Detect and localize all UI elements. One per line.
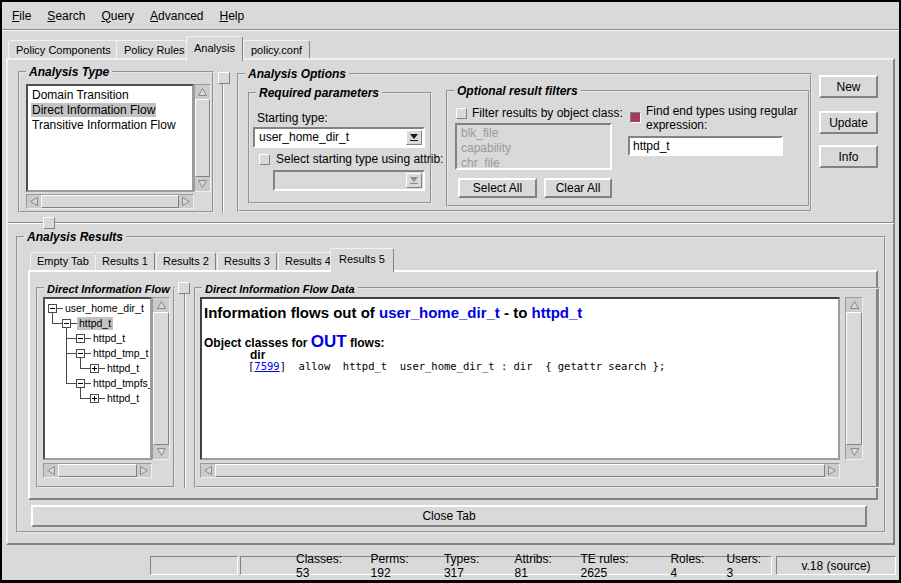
results-tab-4[interactable]: Results 4 xyxy=(278,252,338,270)
new-button[interactable]: New xyxy=(819,75,878,98)
menubar-separator xyxy=(2,29,899,31)
status-types: Types: 317 xyxy=(444,552,503,580)
scroll-right-icon[interactable] xyxy=(825,464,839,477)
analysis-type-listbox[interactable]: Domain Transition Direct Information Flo… xyxy=(26,84,194,192)
flow-tree[interactable]: user_home_dir_t httpd_t httpd_t httpd_tm… xyxy=(43,297,152,460)
info-button[interactable]: Info xyxy=(819,145,878,168)
status-roles: Roles: 4 xyxy=(670,552,714,580)
tree-hscrollbar[interactable] xyxy=(43,463,152,478)
tree-collapse-icon[interactable] xyxy=(62,319,71,328)
flow-direction: OUT xyxy=(311,332,347,351)
menu-search[interactable]: Search xyxy=(39,9,93,23)
list-item[interactable]: Transitive Information Flow xyxy=(28,118,192,133)
scroll-right-icon[interactable] xyxy=(137,464,151,477)
tree-node-selected[interactable]: httpd_t xyxy=(77,317,113,330)
flow-target-type: httpd_t xyxy=(532,304,583,321)
scroll-left-icon[interactable] xyxy=(27,195,41,208)
scroll-thumb[interactable] xyxy=(58,464,137,477)
sash-handle[interactable] xyxy=(43,217,55,229)
filter-object-class-checkbox[interactable] xyxy=(456,108,467,119)
status-empty-panel xyxy=(150,556,238,575)
close-tab-button[interactable]: Close Tab xyxy=(31,505,867,527)
scroll-down-icon[interactable] xyxy=(195,177,210,191)
rule-number-link[interactable]: 7599 xyxy=(254,360,279,372)
scroll-left-icon[interactable] xyxy=(44,464,58,477)
select-all-button[interactable]: Select All xyxy=(458,178,537,198)
pane-sash-horizontal[interactable] xyxy=(8,222,894,224)
menu-help[interactable]: Help xyxy=(211,9,252,23)
tree-collapse-icon[interactable] xyxy=(76,349,85,358)
app-window: File Search Query Advanced Help Policy C… xyxy=(0,0,901,583)
tree-collapse-icon[interactable] xyxy=(48,304,57,313)
dropdown-button[interactable] xyxy=(406,130,422,145)
menu-file[interactable]: File xyxy=(4,9,39,23)
status-attribs: Attribs: 81 xyxy=(515,552,569,580)
list-item-selected[interactable]: Direct Information Flow xyxy=(28,103,192,118)
scroll-down-icon[interactable] xyxy=(846,445,862,459)
regex-checkbox[interactable] xyxy=(630,112,641,123)
tree-node[interactable]: httpd_t xyxy=(105,362,141,375)
tree-node[interactable]: httpd_tmp_t xyxy=(91,347,150,360)
tree-vscrollbar[interactable] xyxy=(152,297,170,460)
scroll-left-icon[interactable] xyxy=(201,464,215,477)
data-vscrollbar[interactable] xyxy=(845,297,863,460)
dropdown-button xyxy=(406,173,422,188)
attrib-checkbox[interactable] xyxy=(259,154,270,165)
tree-node[interactable]: httpd_t xyxy=(91,332,127,345)
scroll-thumb[interactable] xyxy=(41,195,179,208)
starting-type-value: user_home_dir_t xyxy=(259,130,349,145)
dropdown-arrow-icon xyxy=(410,177,418,182)
flow-data-title: Direct Information Flow Data xyxy=(202,282,358,296)
status-version-panel: v.18 (source) xyxy=(776,556,896,575)
scroll-thumb[interactable] xyxy=(846,312,862,445)
tab-policy-conf[interactable]: policy.conf xyxy=(243,40,310,59)
analysis-type-hscrollbar[interactable] xyxy=(26,194,194,209)
status-te-rules: TE rules: 2625 xyxy=(580,552,658,580)
tree-collapse-icon[interactable] xyxy=(76,334,85,343)
scroll-thumb[interactable] xyxy=(215,464,825,477)
scroll-down-icon[interactable] xyxy=(153,445,169,459)
pane-sash-vertical[interactable] xyxy=(222,71,224,213)
tree-node[interactable]: user_home_dir_t xyxy=(63,302,146,315)
results-tab-2[interactable]: Results 2 xyxy=(156,252,216,270)
scroll-up-icon[interactable] xyxy=(195,85,210,99)
update-button[interactable]: Update xyxy=(819,111,878,134)
scroll-up-icon[interactable] xyxy=(153,298,169,312)
filter-object-class-label: Filter results by object class: xyxy=(472,106,623,120)
results-tab-3[interactable]: Results 3 xyxy=(217,252,277,270)
list-item[interactable]: Domain Transition xyxy=(28,86,192,103)
object-class-listbox-disabled: blk_file capability chr_file xyxy=(455,123,612,170)
tab-policy-components[interactable]: Policy Components xyxy=(8,40,119,59)
starting-type-combobox[interactable]: user_home_dir_t xyxy=(253,127,425,148)
clear-all-button[interactable]: Clear All xyxy=(544,178,612,198)
regex-input[interactable]: httpd_t xyxy=(628,136,783,156)
sash-handle[interactable] xyxy=(218,72,230,84)
analysis-results-title: Analysis Results xyxy=(24,230,126,244)
analysis-type-vscrollbar[interactable] xyxy=(194,84,211,192)
results-tab-empty[interactable]: Empty Tab xyxy=(30,252,96,270)
scroll-up-icon[interactable] xyxy=(846,298,862,312)
sash-handle[interactable] xyxy=(178,282,190,294)
tab-analysis[interactable]: Analysis xyxy=(186,36,243,61)
tree-expand-icon[interactable] xyxy=(90,394,99,403)
results-tab-5[interactable]: Results 5 xyxy=(330,248,394,272)
results-tab-1[interactable]: Results 1 xyxy=(95,252,155,270)
menu-query[interactable]: Query xyxy=(93,9,142,23)
tab-policy-rules[interactable]: Policy Rules xyxy=(116,40,193,59)
scroll-thumb[interactable] xyxy=(153,312,169,445)
analysis-type-title: Analysis Type xyxy=(26,65,112,79)
menu-advanced[interactable]: Advanced xyxy=(142,9,211,23)
tree-expand-icon[interactable] xyxy=(90,364,99,373)
data-hscrollbar[interactable] xyxy=(200,463,840,478)
flow-data-text[interactable]: Information flows out of user_home_dir_t… xyxy=(200,297,840,460)
flow-heading-middle: - to xyxy=(500,304,532,321)
results-sash-vertical[interactable] xyxy=(184,287,186,488)
tree-collapse-icon[interactable] xyxy=(76,379,85,388)
list-item: capability xyxy=(457,141,610,156)
scroll-thumb[interactable] xyxy=(195,99,210,177)
tree-node[interactable]: httpd_t xyxy=(105,392,141,405)
menubar: File Search Query Advanced Help xyxy=(2,2,899,29)
dropdown-arrow-icon xyxy=(410,134,418,139)
tree-node[interactable]: httpd_tmpfs_t xyxy=(91,377,152,390)
scroll-right-icon[interactable] xyxy=(179,195,193,208)
